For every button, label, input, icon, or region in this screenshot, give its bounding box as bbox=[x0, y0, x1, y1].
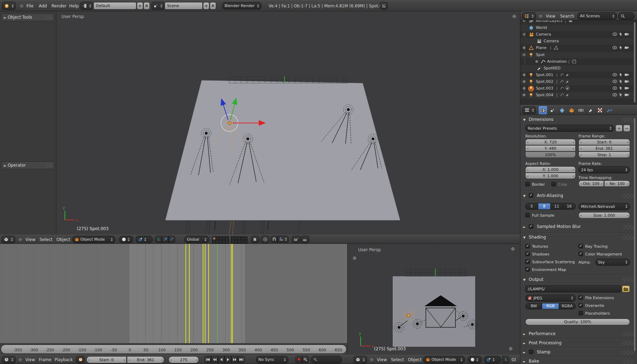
section-bake[interactable]: ► Bake bbox=[523, 359, 539, 364]
outliner-scrollbar[interactable] bbox=[633, 22, 636, 103]
manipulator-translate-button[interactable] bbox=[155, 236, 162, 243]
window-duplicate-button[interactable] bbox=[380, 2, 388, 10]
panel-grip-icon[interactable] bbox=[622, 235, 634, 240]
aspect-y-field[interactable]: ◂Y: 1.000▸ bbox=[525, 173, 576, 179]
transform-orientation-dropdown[interactable]: Global bbox=[184, 236, 209, 243]
outliner-row-spot[interactable]: ⊖ Spot bbox=[520, 52, 633, 58]
file-format-dropdown[interactable]: JPEG bbox=[525, 295, 576, 302]
scene-name-field[interactable]: Scene bbox=[165, 2, 203, 10]
lamp-origin-dot[interactable] bbox=[228, 122, 231, 125]
ground-plane[interactable] bbox=[393, 276, 475, 347]
remap-new-field[interactable]: ◂Ne: 100▸ bbox=[604, 180, 630, 187]
collapse-menus-icon[interactable]: ⊖ bbox=[20, 3, 24, 8]
panel-grip-icon[interactable] bbox=[622, 350, 634, 354]
aa-samples-16[interactable]: 16 bbox=[563, 203, 576, 209]
delete-layout-button[interactable]: ✕ bbox=[143, 2, 150, 10]
outliner-row-renderlayers[interactable]: ⊖ RenderLayers | bbox=[520, 20, 633, 24]
add-preset-button[interactable]: ＋ bbox=[615, 125, 623, 132]
tab-texture[interactable] bbox=[596, 106, 604, 115]
outliner-row-world[interactable]: World bbox=[520, 25, 633, 31]
frame-step-field[interactable]: ◂Step: 1▸ bbox=[578, 152, 630, 158]
collapse-menus-icon[interactable]: ⊖ bbox=[18, 237, 22, 242]
collapse-icon[interactable]: ⊖ bbox=[522, 53, 526, 57]
resolution-x-field[interactable]: ◂X: 720▸ bbox=[525, 139, 576, 145]
outliner-row-camera-data[interactable]: Camera bbox=[520, 38, 633, 45]
render-animation-button[interactable] bbox=[301, 236, 309, 243]
render-engine-dropdown[interactable]: Blender Render bbox=[222, 2, 262, 10]
panel-grip-icon[interactable] bbox=[45, 164, 53, 168]
snap-magnet-button[interactable] bbox=[271, 236, 277, 243]
aa-samples-5[interactable]: 5 bbox=[526, 203, 538, 209]
panel-object-tools[interactable]: ► Object Tools bbox=[1, 13, 54, 21]
collapse-menus-icon[interactable]: ⊖ bbox=[18, 357, 22, 362]
menu-frame[interactable]: Frame bbox=[39, 357, 51, 362]
panel-grip-icon[interactable] bbox=[622, 359, 634, 364]
collapse-icon[interactable]: ⊖ bbox=[522, 20, 526, 23]
stamp-checkbox[interactable] bbox=[529, 350, 533, 354]
crop-checkbox[interactable] bbox=[551, 182, 556, 186]
scene-icon-button[interactable] bbox=[152, 2, 164, 10]
panel-grip-icon[interactable] bbox=[622, 118, 634, 122]
sync-mode-dropdown[interactable]: No Sync bbox=[256, 356, 288, 363]
tab-object-data[interactable] bbox=[586, 106, 595, 115]
keyframe-line[interactable] bbox=[231, 244, 232, 343]
color-mode-buttons[interactable]: BW RGB RGBA bbox=[525, 303, 576, 309]
panel-grip-icon[interactable] bbox=[622, 194, 634, 198]
menu-view[interactable]: View bbox=[25, 237, 35, 242]
prev-keyframe-button[interactable] bbox=[211, 356, 218, 363]
renderability-camera-icon[interactable] bbox=[624, 86, 629, 90]
outliner-row-spot004[interactable]: ⊕ Spot.004 | bbox=[520, 92, 633, 99]
panel-grip-icon[interactable] bbox=[622, 332, 634, 336]
play-button[interactable] bbox=[225, 356, 231, 363]
orientation-label[interactable]: Gl bbox=[512, 357, 516, 362]
section-shading[interactable]: ▼ Shading bbox=[523, 235, 546, 240]
rgba-button[interactable]: RGBA bbox=[559, 303, 575, 309]
menu-object[interactable]: Object bbox=[56, 237, 70, 242]
region-expand-icon[interactable]: ⊕ bbox=[509, 346, 513, 351]
visibility-eye-icon[interactable] bbox=[612, 45, 617, 50]
section-anti-aliasing[interactable]: ▼ Anti-Aliasing bbox=[523, 193, 563, 198]
visibility-eye-icon[interactable] bbox=[612, 93, 617, 97]
visibility-eye-icon[interactable] bbox=[612, 73, 617, 77]
expand-icon[interactable]: ⊕ bbox=[522, 93, 526, 97]
selectability-cursor-icon[interactable] bbox=[619, 79, 623, 84]
editor-type-button[interactable] bbox=[522, 106, 536, 114]
tab-object[interactable] bbox=[567, 106, 576, 115]
selectability-cursor-icon[interactable] bbox=[619, 73, 623, 77]
layers-widget-2[interactable] bbox=[231, 236, 247, 243]
menu-select[interactable]: Select bbox=[39, 237, 53, 242]
section-post-processing[interactable]: ► Post Processing bbox=[523, 340, 562, 345]
next-keyframe-button[interactable] bbox=[231, 356, 238, 363]
remap-old-field[interactable]: ◂Old: 100▸ bbox=[578, 180, 604, 187]
delete-scene-button[interactable]: ✕ bbox=[210, 2, 216, 10]
visibility-eye-icon[interactable] bbox=[612, 79, 617, 84]
outliner-row-spot001[interactable]: ⊕ Spot.001 | bbox=[520, 72, 633, 79]
menu-object[interactable]: Object bbox=[408, 357, 422, 362]
section-output[interactable]: ▼ Output bbox=[523, 277, 544, 282]
panel-operator[interactable]: ► Operator bbox=[1, 161, 54, 169]
border-checkbox[interactable] bbox=[525, 182, 530, 186]
alpha-dropdown[interactable]: Sky bbox=[595, 259, 630, 266]
keyframe-line[interactable] bbox=[208, 244, 209, 343]
shadows-checkbox[interactable] bbox=[525, 252, 530, 256]
menu-render[interactable]: Render bbox=[51, 4, 67, 8]
aa-samples-11[interactable]: 11 bbox=[551, 203, 563, 209]
frame-rate-dropdown[interactable]: 24 fps bbox=[578, 166, 630, 173]
aspect-x-field[interactable]: ◂X: 1.000▸ bbox=[525, 166, 576, 173]
editor-type-button[interactable] bbox=[2, 2, 16, 10]
snap-target-dropdown[interactable] bbox=[277, 236, 289, 243]
collapse-icon[interactable]: ⊖ bbox=[522, 32, 526, 37]
expand-icon[interactable]: ⊕ bbox=[522, 45, 526, 50]
viewport-3d-mini[interactable]: y x User Persp ⊕ ⊕ (275) Spot.003 ⊕ bbox=[347, 244, 520, 355]
pivot-point-dropdown[interactable] bbox=[484, 356, 501, 363]
menu-view[interactable]: View bbox=[377, 357, 387, 362]
outliner-search-field[interactable] bbox=[618, 12, 635, 20]
render-presets-dropdown[interactable]: Render Presets bbox=[525, 125, 614, 132]
manipulator-rotate-button[interactable] bbox=[162, 236, 169, 243]
layers-widget-1[interactable] bbox=[212, 236, 229, 243]
play-reverse-button[interactable] bbox=[218, 356, 225, 363]
render-opengl-button[interactable] bbox=[292, 236, 300, 243]
expand-icon[interactable]: ⊕ bbox=[522, 73, 526, 77]
menu-search[interactable]: Search bbox=[560, 14, 574, 19]
keying-set-key-button[interactable] bbox=[302, 356, 309, 363]
